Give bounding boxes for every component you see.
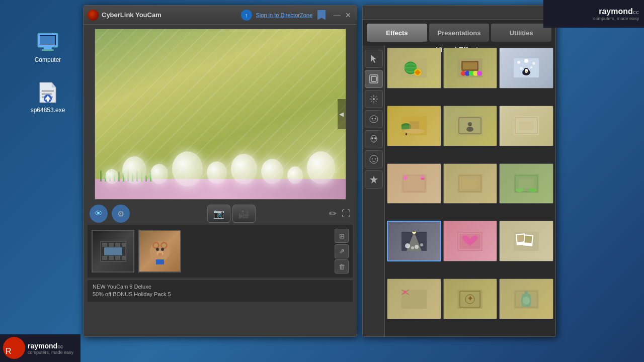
svg-rect-17 [115, 243, 120, 247]
svg-rect-113 [519, 179, 534, 188]
svg-rect-125 [517, 234, 525, 242]
svg-point-71 [524, 59, 528, 63]
effect-globe[interactable] [387, 48, 441, 88]
youcam-titlebar: CyberLink YouCam ↑ Sign in to DirectorZo… [84, 6, 357, 25]
svg-point-100 [406, 176, 408, 178]
preview-orbs [95, 151, 346, 184]
svg-marker-54 [370, 175, 378, 184]
effect-frame1[interactable] [443, 106, 498, 146]
expand-button[interactable]: ⛶ [342, 209, 351, 219]
svg-point-51 [370, 155, 378, 163]
svg-rect-20 [109, 256, 114, 260]
svg-point-29 [156, 248, 159, 251]
sidebar-icon-star[interactable] [365, 170, 383, 189]
effect-frame2[interactable] [499, 106, 553, 146]
orb-5 [207, 161, 226, 184]
sidebar-icon-alien[interactable] [365, 130, 383, 148]
share-button[interactable]: ⇗ [335, 244, 349, 258]
camera-preview: ◀ [95, 29, 346, 200]
orb-2 [122, 156, 146, 184]
effect-spotlight[interactable] [387, 221, 441, 261]
directorzone-link[interactable]: Sign in to DirectorZone [256, 12, 313, 18]
import-button[interactable]: ⊞ [335, 229, 349, 243]
svg-rect-19 [102, 256, 107, 260]
svg-point-74 [530, 66, 532, 68]
effect-stamp[interactable]: ✦ [443, 279, 498, 319]
sidebar-icon-sparkle[interactable] [365, 90, 383, 108]
effects-panel: ✕ Effects Presentations Utilities Visual… [362, 5, 556, 337]
youcam-update-icon[interactable]: ↑ [241, 10, 252, 21]
camera-capture-button[interactable]: 📷 [207, 205, 230, 223]
svg-point-70 [517, 61, 520, 64]
sidebar-icon-mask[interactable] [365, 110, 383, 128]
thumb-action-col: ⊞ ⇗ 🗑 [335, 229, 349, 274]
sidebar-icon-face[interactable] [365, 150, 383, 168]
effect-garden[interactable] [499, 163, 553, 204]
effect-polaroid[interactable] [499, 221, 553, 261]
svg-point-101 [404, 178, 406, 180]
youcam-logo-icon [88, 10, 99, 21]
raymond-logo-top-right: raymondcc computers, made easy [543, 0, 644, 28]
effects-sidebar [363, 46, 385, 336]
orb-9 [307, 151, 336, 184]
svg-point-91 [468, 122, 472, 126]
svg-line-41 [371, 96, 372, 98]
svg-point-112 [529, 188, 537, 192]
svg-rect-34 [370, 75, 378, 83]
svg-point-79 [527, 69, 528, 70]
thumbnail-film[interactable] [92, 230, 134, 273]
effects-grid: ✦ [385, 46, 555, 336]
raymond-tagline-top: computers, made easy [593, 16, 639, 21]
orb-7 [261, 159, 283, 184]
effect-snow[interactable] [499, 48, 553, 88]
effect-palette[interactable] [443, 48, 498, 88]
sidebar-icon-cursor[interactable] [365, 50, 383, 68]
minimize-button[interactable]: — [333, 11, 342, 20]
effect-frame3[interactable] [443, 163, 498, 204]
effect-bottle[interactable] [499, 279, 553, 319]
desktop-icon-file[interactable]: sp64853.exe [30, 80, 65, 114]
close-button[interactable]: ✕ [344, 11, 353, 20]
svg-line-44 [371, 101, 372, 102]
svg-rect-95 [519, 121, 534, 130]
desktop-icon-computer[interactable]: Computer [30, 30, 65, 63]
svg-point-140 [523, 297, 530, 305]
raymond-name: raymondcc [28, 342, 73, 350]
svg-point-73 [520, 67, 523, 70]
svg-rect-3 [42, 49, 54, 51]
svg-point-120 [420, 243, 423, 246]
effect-ribbon[interactable] [387, 279, 441, 319]
sidebar-icon-frames[interactable] [365, 70, 383, 88]
effect-heart[interactable] [443, 221, 498, 261]
svg-point-52 [372, 158, 373, 159]
svg-point-27 [154, 243, 158, 247]
tab-presentations[interactable]: Presentations [429, 24, 490, 42]
orb-1 [105, 169, 118, 184]
effect-flowers[interactable] [387, 163, 441, 204]
scroll-left-arrow[interactable]: ◀ [338, 99, 346, 129]
effect-beach[interactable] [387, 106, 441, 146]
svg-point-32 [158, 253, 162, 256]
delete-button[interactable]: 🗑 [335, 259, 349, 274]
tab-utilities[interactable]: Utilities [491, 24, 551, 42]
edit-button[interactable]: ✏ [329, 208, 337, 219]
effects-titlebar: ✕ [363, 6, 555, 20]
eye-button[interactable]: 👁 [90, 205, 108, 223]
computer-icon-label: Computer [35, 56, 61, 63]
effects-grid-area: ✦ [385, 46, 555, 336]
svg-rect-127 [525, 235, 532, 243]
tab-effects[interactable]: Effects [367, 24, 427, 42]
svg-point-46 [371, 118, 373, 120]
svg-point-111 [516, 188, 524, 192]
svg-point-72 [532, 62, 535, 65]
svg-point-117 [405, 243, 410, 248]
svg-point-119 [415, 245, 419, 249]
svg-point-50 [374, 137, 376, 139]
gear-button[interactable]: ⚙ [112, 205, 130, 223]
svg-point-118 [411, 246, 414, 249]
thumbnail-bear[interactable] [138, 230, 181, 273]
orb-4 [172, 151, 203, 187]
video-record-button[interactable]: 🎥 [232, 205, 256, 223]
svg-point-45 [370, 116, 378, 123]
svg-rect-21 [115, 256, 120, 260]
